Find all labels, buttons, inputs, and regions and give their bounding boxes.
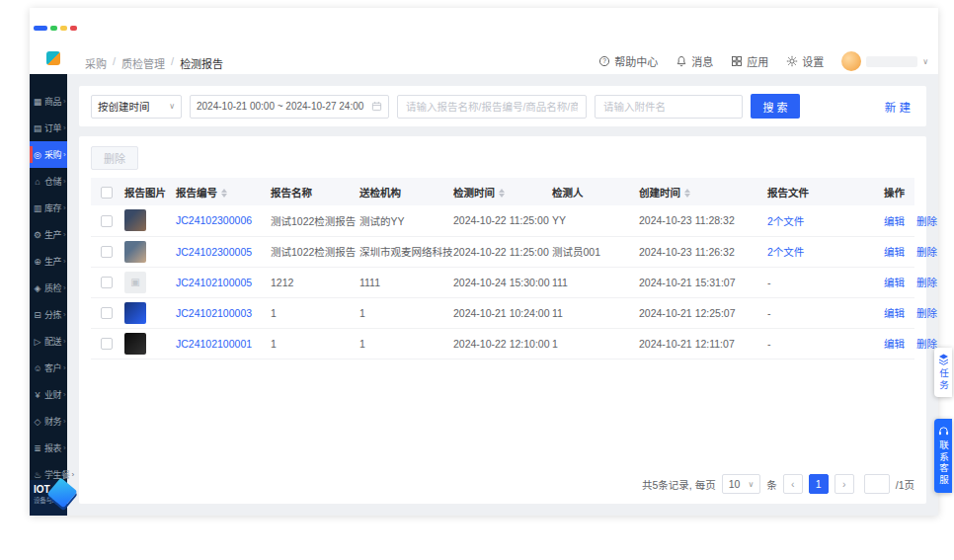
report-image-thumbnail[interactable] (124, 302, 146, 324)
sidebar-item-label: 订单 (44, 121, 61, 134)
breadcrumb-separator: / (113, 55, 116, 71)
report-name: 测试1022检测报告 (271, 246, 356, 258)
sidebar-item-10[interactable]: ☺客户› (30, 355, 67, 381)
inspection-org: 1111 (359, 277, 380, 288)
delete-button[interactable]: 删除 (916, 277, 937, 288)
sidebar-item-7[interactable]: ◈质检› (30, 275, 67, 301)
prev-page-button[interactable]: ‹ (783, 474, 803, 494)
brand-mark-icon (46, 51, 60, 65)
report-code-link[interactable]: JC24102300006 (176, 214, 252, 226)
user-menu[interactable]: ∨ (841, 51, 928, 71)
test-time: 2024-10-22 11:25:00 (453, 246, 549, 258)
apps-button[interactable]: 应用 (731, 53, 768, 69)
row-checkbox[interactable] (101, 246, 113, 258)
settings-button[interactable]: 设置 (786, 53, 824, 69)
report-image-thumbnail[interactable] (124, 272, 146, 293)
report-image-thumbnail[interactable] (124, 333, 146, 355)
create-button[interactable]: 新 建 (881, 99, 914, 115)
sidebar-item-3[interactable]: ⌂仓储› (30, 168, 67, 195)
breadcrumb-item[interactable]: 质检管理 (121, 55, 165, 71)
row-checkbox[interactable] (101, 215, 113, 227)
sidebar-item-12[interactable]: ◇财务› (30, 408, 67, 435)
messages-button[interactable]: 消息 (676, 53, 713, 69)
sort-icon[interactable] (499, 189, 505, 198)
sidebar-item-label: 商品 (44, 95, 61, 108)
chevron-right-icon: › (63, 150, 66, 159)
column-header-name: 报告名称 (263, 178, 352, 205)
sidebar-item-5[interactable]: ⚙生产› (30, 221, 67, 248)
quality-icon: ◈ (33, 283, 42, 293)
time-field-select[interactable]: 按创建时间 ∨ (91, 95, 182, 119)
report-files[interactable]: 2个文件 (767, 215, 804, 227)
report-files[interactable]: 2个文件 (767, 246, 804, 258)
chevron-right-icon: › (72, 470, 75, 479)
sidebar-item-8[interactable]: ⊟分拣› (30, 301, 67, 328)
page-jump-input[interactable] (864, 474, 890, 494)
column-header-test_time[interactable]: 检测时间 (445, 178, 544, 205)
search-button[interactable]: 搜 索 (751, 94, 800, 119)
date-range-picker[interactable]: 2024-10-21 00:00 ~ 2024-10-27 24:00 (190, 95, 389, 119)
page-1-button[interactable]: 1 (809, 474, 829, 494)
sidebar-item-0[interactable]: ▦商品› (30, 88, 67, 115)
report-image-thumbnail[interactable] (124, 209, 146, 231)
calendar-icon (371, 101, 382, 112)
keyword-input[interactable] (397, 95, 587, 119)
table-row: JC24102300005测试1022检测报告深圳市观麦网络科技2024-10-… (91, 236, 914, 267)
report-name: 1212 (271, 277, 293, 288)
edit-button[interactable]: 编辑 (884, 277, 905, 288)
next-page-button[interactable]: › (835, 474, 854, 494)
inspection-org: 1 (359, 307, 365, 319)
select-all-checkbox[interactable] (101, 187, 113, 199)
row-checkbox[interactable] (101, 277, 113, 288)
help-center-button[interactable]: ? 帮助中心 (598, 53, 658, 69)
customer-icon: ☺ (33, 363, 42, 373)
sidebar-item-label: 生产 (44, 255, 61, 268)
delete-button[interactable]: 删除 (916, 215, 937, 227)
report-image-thumbnail[interactable] (124, 241, 146, 263)
breadcrumb-item[interactable]: 采购 (85, 55, 107, 71)
sidebar-item-13[interactable]: ≣报表› (30, 435, 67, 461)
inspection-org: 深圳市观麦网络科技 (359, 246, 453, 258)
edit-button[interactable]: 编辑 (884, 338, 905, 350)
column-header-tester: 检测人 (544, 178, 631, 205)
report-files: - (767, 307, 771, 319)
sidebar-item-9[interactable]: ▷配送› (30, 328, 67, 355)
headset-icon (938, 426, 949, 437)
row-checkbox[interactable] (101, 338, 113, 350)
tasks-float-button[interactable]: 任务 (934, 348, 952, 397)
sidebar-item-2[interactable]: ◎采购› (30, 141, 67, 168)
attachment-input[interactable] (595, 95, 743, 119)
inspection-org: 1 (359, 338, 365, 350)
chevron-right-icon: › (63, 230, 66, 239)
row-checkbox[interactable] (101, 307, 113, 319)
report-code-link[interactable]: JC24102300005 (176, 246, 252, 258)
delete-button[interactable]: 删除 (916, 307, 937, 319)
purchase-icon: ◎ (33, 150, 42, 160)
sorting-icon: ⊟ (33, 310, 42, 320)
chevron-right-icon: › (63, 337, 66, 346)
tester-name: 111 (552, 277, 568, 288)
edit-button[interactable]: 编辑 (884, 246, 905, 258)
edit-button[interactable]: 编辑 (884, 307, 905, 319)
edit-button[interactable]: 编辑 (884, 215, 905, 227)
report-code-link[interactable]: JC24102100005 (176, 277, 252, 288)
iot-footer[interactable]: IOT 设备与环境 (30, 480, 67, 516)
chevron-right-icon: › (63, 97, 66, 106)
warehouse-icon: ⌂ (33, 177, 42, 187)
page-size-select[interactable]: 10 ∨ (722, 474, 761, 494)
delete-selected-button[interactable]: 删除 (91, 146, 138, 170)
sidebar-item-4[interactable]: ▥库存› (30, 195, 67, 221)
sort-icon[interactable] (221, 189, 227, 198)
report-code-link[interactable]: JC24102100003 (176, 307, 252, 319)
sidebar-item-6[interactable]: ⊕生产› (30, 248, 67, 275)
sidebar-item-11[interactable]: ¥业财› (30, 381, 67, 408)
sidebar-item-1[interactable]: ▤订单› (30, 115, 67, 141)
report-code-link[interactable]: JC24102100001 (176, 338, 252, 350)
created-time: 2024-10-23 11:28:32 (639, 214, 735, 226)
delete-button[interactable]: 删除 (916, 246, 937, 258)
column-header-created[interactable]: 创建时间 (631, 178, 759, 205)
column-header-code[interactable]: 报告编号 (168, 178, 263, 205)
contact-support-float-button[interactable]: 联系客服 (934, 419, 952, 493)
sort-icon[interactable] (684, 189, 690, 198)
delete-button[interactable]: 删除 (916, 338, 937, 350)
